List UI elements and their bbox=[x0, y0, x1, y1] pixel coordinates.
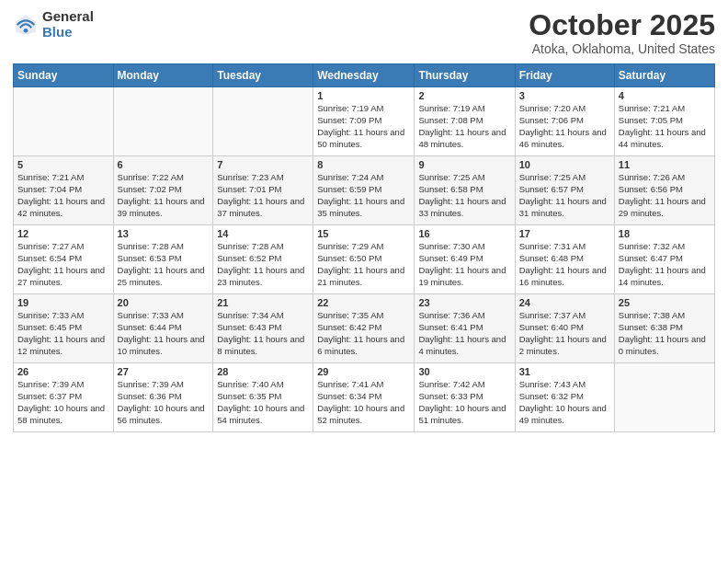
sunrise-text: Sunrise: 7:25 AM bbox=[519, 172, 586, 182]
day-number: 16 bbox=[418, 228, 510, 239]
daylight-text: Daylight: 11 hours and 8 minutes. bbox=[217, 334, 304, 356]
daylight-text: Daylight: 11 hours and 39 minutes. bbox=[118, 196, 205, 218]
day-number: 6 bbox=[118, 159, 210, 170]
table-cell: 1Sunrise: 7:19 AMSunset: 7:09 PMDaylight… bbox=[313, 87, 415, 156]
daylight-text: Daylight: 11 hours and 2 minutes. bbox=[519, 334, 607, 356]
sunrise-text: Sunrise: 7:27 AM bbox=[17, 241, 84, 251]
day-number: 29 bbox=[317, 366, 410, 377]
table-cell: 24Sunrise: 7:37 AMSunset: 6:40 PMDayligh… bbox=[515, 294, 614, 363]
daylight-text: Daylight: 10 hours and 49 minutes. bbox=[519, 403, 607, 425]
title-area: October 2025 Atoka, Oklahoma, United Sta… bbox=[529, 9, 715, 56]
table-cell: 12Sunrise: 7:27 AMSunset: 6:54 PMDayligh… bbox=[14, 225, 114, 294]
table-cell: 5Sunrise: 7:21 AMSunset: 7:04 PMDaylight… bbox=[14, 156, 114, 225]
sunrise-text: Sunrise: 7:41 AM bbox=[317, 379, 383, 389]
sunset-text: Sunset: 6:54 PM bbox=[17, 253, 82, 263]
day-number: 12 bbox=[17, 228, 109, 239]
sunset-text: Sunset: 6:44 PM bbox=[118, 322, 182, 332]
sunrise-text: Sunrise: 7:28 AM bbox=[217, 241, 283, 251]
day-detail: Sunrise: 7:39 AMSunset: 6:36 PMDaylight:… bbox=[118, 379, 210, 426]
day-number: 2 bbox=[418, 90, 510, 101]
sunset-text: Sunset: 6:58 PM bbox=[418, 184, 483, 194]
daylight-text: Daylight: 11 hours and 46 minutes. bbox=[519, 127, 607, 149]
calendar-week-row: 5Sunrise: 7:21 AMSunset: 7:04 PMDaylight… bbox=[14, 156, 715, 225]
logo-icon bbox=[13, 12, 39, 38]
daylight-text: Daylight: 10 hours and 51 minutes. bbox=[418, 403, 506, 425]
sunrise-text: Sunrise: 7:24 AM bbox=[317, 172, 383, 182]
sunset-text: Sunset: 6:34 PM bbox=[317, 391, 381, 401]
daylight-text: Daylight: 10 hours and 58 minutes. bbox=[17, 403, 105, 425]
daylight-text: Daylight: 11 hours and 42 minutes. bbox=[17, 196, 105, 218]
table-cell bbox=[14, 87, 114, 156]
sunrise-text: Sunrise: 7:21 AM bbox=[17, 172, 84, 182]
day-detail: Sunrise: 7:26 AMSunset: 6:56 PMDaylight:… bbox=[619, 172, 711, 219]
daylight-text: Daylight: 10 hours and 54 minutes. bbox=[217, 403, 304, 425]
sunset-text: Sunset: 6:36 PM bbox=[118, 391, 182, 401]
day-number: 4 bbox=[619, 90, 711, 101]
col-tuesday: Tuesday bbox=[213, 64, 313, 87]
daylight-text: Daylight: 11 hours and 31 minutes. bbox=[519, 196, 607, 218]
day-detail: Sunrise: 7:35 AMSunset: 6:42 PMDaylight:… bbox=[317, 310, 410, 357]
day-detail: Sunrise: 7:37 AMSunset: 6:40 PMDaylight:… bbox=[519, 310, 610, 357]
logo-general-text: General bbox=[42, 9, 94, 25]
table-cell: 23Sunrise: 7:36 AMSunset: 6:41 PMDayligh… bbox=[415, 294, 515, 363]
day-number: 14 bbox=[217, 228, 309, 239]
calendar-week-row: 19Sunrise: 7:33 AMSunset: 6:45 PMDayligh… bbox=[14, 294, 715, 363]
table-cell: 3Sunrise: 7:20 AMSunset: 7:06 PMDaylight… bbox=[515, 87, 614, 156]
day-detail: Sunrise: 7:41 AMSunset: 6:34 PMDaylight:… bbox=[317, 379, 410, 426]
sunrise-text: Sunrise: 7:32 AM bbox=[619, 241, 685, 251]
day-detail: Sunrise: 7:20 AMSunset: 7:06 PMDaylight:… bbox=[519, 103, 610, 150]
day-detail: Sunrise: 7:39 AMSunset: 6:37 PMDaylight:… bbox=[17, 379, 109, 426]
day-detail: Sunrise: 7:28 AMSunset: 6:53 PMDaylight:… bbox=[118, 241, 210, 288]
day-number: 19 bbox=[17, 297, 109, 308]
day-detail: Sunrise: 7:21 AMSunset: 7:04 PMDaylight:… bbox=[17, 172, 109, 219]
day-number: 5 bbox=[17, 159, 109, 170]
day-detail: Sunrise: 7:43 AMSunset: 6:32 PMDaylight:… bbox=[519, 379, 610, 426]
daylight-text: Daylight: 11 hours and 10 minutes. bbox=[118, 334, 205, 356]
day-number: 9 bbox=[418, 159, 510, 170]
table-cell: 2Sunrise: 7:19 AMSunset: 7:08 PMDaylight… bbox=[415, 87, 515, 156]
table-cell: 11Sunrise: 7:26 AMSunset: 6:56 PMDayligh… bbox=[614, 156, 714, 225]
daylight-text: Daylight: 11 hours and 4 minutes. bbox=[418, 334, 506, 356]
table-cell bbox=[213, 87, 313, 156]
sunrise-text: Sunrise: 7:23 AM bbox=[217, 172, 283, 182]
daylight-text: Daylight: 11 hours and 37 minutes. bbox=[217, 196, 304, 218]
sunrise-text: Sunrise: 7:28 AM bbox=[118, 241, 184, 251]
sunset-text: Sunset: 6:38 PM bbox=[619, 322, 683, 332]
day-detail: Sunrise: 7:29 AMSunset: 6:50 PMDaylight:… bbox=[317, 241, 410, 288]
day-number: 17 bbox=[519, 228, 610, 239]
sunrise-text: Sunrise: 7:37 AM bbox=[519, 310, 586, 320]
day-number: 20 bbox=[118, 297, 210, 308]
table-cell: 9Sunrise: 7:25 AMSunset: 6:58 PMDaylight… bbox=[415, 156, 515, 225]
sunrise-text: Sunrise: 7:30 AM bbox=[418, 241, 484, 251]
table-cell: 17Sunrise: 7:31 AMSunset: 6:48 PMDayligh… bbox=[515, 225, 614, 294]
table-cell: 25Sunrise: 7:38 AMSunset: 6:38 PMDayligh… bbox=[614, 294, 714, 363]
day-number: 28 bbox=[217, 366, 309, 377]
day-detail: Sunrise: 7:33 AMSunset: 6:44 PMDaylight:… bbox=[118, 310, 210, 357]
day-detail: Sunrise: 7:40 AMSunset: 6:35 PMDaylight:… bbox=[217, 379, 309, 426]
sunset-text: Sunset: 6:45 PM bbox=[17, 322, 82, 332]
sunrise-text: Sunrise: 7:31 AM bbox=[519, 241, 586, 251]
day-number: 13 bbox=[118, 228, 210, 239]
day-number: 15 bbox=[317, 228, 410, 239]
day-number: 26 bbox=[17, 366, 109, 377]
sunset-text: Sunset: 7:05 PM bbox=[619, 115, 683, 125]
table-cell: 30Sunrise: 7:42 AMSunset: 6:33 PMDayligh… bbox=[415, 363, 515, 432]
sunrise-text: Sunrise: 7:22 AM bbox=[118, 172, 184, 182]
col-wednesday: Wednesday bbox=[313, 64, 415, 87]
col-sunday: Sunday bbox=[14, 64, 114, 87]
daylight-text: Daylight: 11 hours and 33 minutes. bbox=[418, 196, 506, 218]
table-cell: 16Sunrise: 7:30 AMSunset: 6:49 PMDayligh… bbox=[415, 225, 515, 294]
sunrise-text: Sunrise: 7:34 AM bbox=[217, 310, 283, 320]
table-cell: 4Sunrise: 7:21 AMSunset: 7:05 PMDaylight… bbox=[614, 87, 714, 156]
day-number: 31 bbox=[519, 366, 610, 377]
sunrise-text: Sunrise: 7:25 AM bbox=[418, 172, 484, 182]
sunrise-text: Sunrise: 7:26 AM bbox=[619, 172, 685, 182]
location: Atoka, Oklahoma, United States bbox=[529, 41, 715, 56]
table-cell: 31Sunrise: 7:43 AMSunset: 6:32 PMDayligh… bbox=[515, 363, 614, 432]
table-cell: 7Sunrise: 7:23 AMSunset: 7:01 PMDaylight… bbox=[213, 156, 313, 225]
sunset-text: Sunset: 7:08 PM bbox=[418, 115, 483, 125]
sunset-text: Sunset: 7:04 PM bbox=[17, 184, 82, 194]
day-number: 30 bbox=[418, 366, 510, 377]
col-friday: Friday bbox=[515, 64, 614, 87]
table-cell bbox=[614, 363, 714, 432]
